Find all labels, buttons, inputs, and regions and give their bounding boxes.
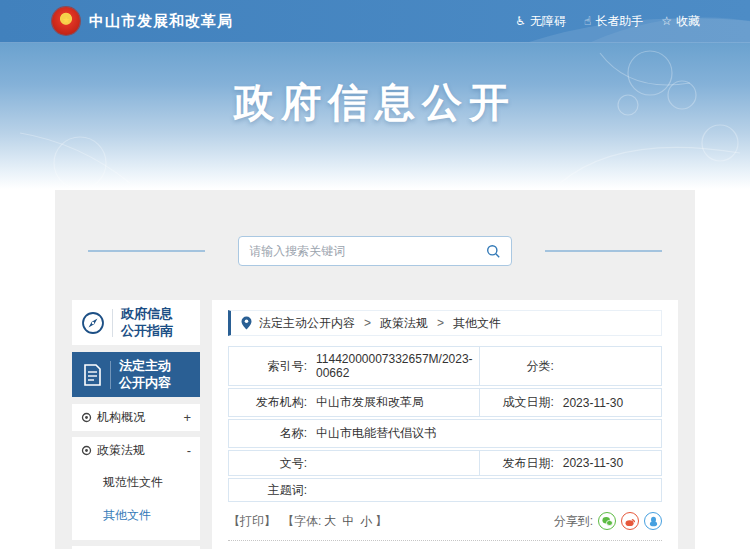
search-box — [238, 236, 511, 266]
toolbar: 【打印】 【字体: 大中小 】 分享到: — [228, 512, 662, 530]
font-size-controls: 【字体: 大中小 】 — [282, 513, 387, 530]
accessibility-icon: ♿ — [515, 15, 526, 27]
field-label: 发布机构: — [229, 394, 311, 411]
sidebar-item-0[interactable]: 机构概况+ — [81, 404, 191, 431]
national-emblem-logo: ★ — [52, 7, 80, 35]
columns: 政府信息 公开指南 法定主动 公开内容 — [55, 300, 695, 549]
banner: 政府信息公开 — [0, 43, 750, 189]
breadcrumb-item-1[interactable]: 政策法规 — [380, 315, 428, 332]
field-label: 索引号: — [229, 358, 311, 375]
sidebar-menu-box-1: 政策法规-规范性文件其他文件 — [72, 437, 200, 540]
table-cell: 发布机构:中山市发展和改革局 — [228, 388, 480, 417]
sidebar-menu: 机构概况+政策法规-规范性文件其他文件行政执法+ — [72, 404, 200, 549]
field-value — [311, 458, 479, 468]
field-value: 11442000007332657M/2023-00662 — [311, 347, 479, 385]
top-links: ♿无障碍☝长者助手☆收藏 — [497, 13, 700, 30]
share-icons — [598, 512, 662, 530]
table-cell: 索引号:11442000007332657M/2023-00662 — [228, 346, 480, 386]
field-label: 分类: — [480, 358, 558, 375]
qq-share-icon[interactable] — [644, 512, 662, 530]
sidebar-guide-label: 政府信息 公开指南 — [121, 306, 173, 340]
search-button[interactable] — [486, 244, 501, 259]
divider — [110, 361, 111, 389]
top-link-1[interactable]: ☝长者助手 — [584, 13, 643, 30]
table-cell: 文号: — [228, 450, 480, 476]
field-value: 2023-11-30 — [558, 391, 661, 415]
breadcrumb-separator: > — [437, 316, 444, 330]
top-link-2[interactable]: ☆收藏 — [661, 13, 700, 30]
table-cell: 主题词: — [228, 478, 662, 502]
font-size-2[interactable]: 小 — [360, 513, 372, 530]
meta-table: 索引号:11442000007332657M/2023-00662分类:发布机构… — [228, 346, 662, 502]
field-label: 名称: — [229, 425, 311, 442]
top-link-label: 长者助手 — [595, 13, 643, 30]
decorative-line-right — [545, 250, 662, 252]
field-value: 中山市电能替代倡议书 — [311, 420, 661, 447]
font-size-1[interactable]: 中 — [342, 513, 354, 530]
search-row — [55, 236, 695, 266]
location-pin-icon — [241, 316, 252, 330]
sidebar-subitem-1-1[interactable]: 其他文件 — [103, 499, 191, 532]
field-label: 发布日期: — [480, 455, 558, 472]
sidebar-item-guide[interactable]: 政府信息 公开指南 — [72, 300, 200, 345]
menu-bullet-icon — [81, 412, 92, 423]
menu-bullet-icon — [81, 445, 92, 456]
sidebar-item-label: 政策法规 — [97, 442, 145, 459]
table-cell: 分类: — [479, 346, 662, 386]
sidebar-subitem-1-0[interactable]: 规范性文件 — [103, 466, 191, 499]
top-link-0[interactable]: ♿无障碍 — [515, 13, 566, 30]
content-card: 政府信息 公开指南 法定主动 公开内容 — [55, 190, 695, 549]
print-button[interactable]: 【打印】 — [228, 513, 276, 530]
breadcrumb-item-0[interactable]: 法定主动公开内容 — [259, 315, 355, 332]
breadcrumb-separator: > — [364, 316, 371, 330]
page-title: 政府信息公开 — [0, 43, 750, 130]
font-size-options: 大中小 — [321, 513, 375, 530]
table-cell: 成文日期:2023-11-30 — [479, 388, 662, 417]
field-value: 中山市发展和改革局 — [311, 389, 479, 416]
field-value: 2023-11-30 — [558, 451, 661, 475]
table-row-1: 发布机构:中山市发展和改革局成文日期:2023-11-30 — [228, 388, 662, 417]
star-icon: ☆ — [661, 15, 672, 27]
wechat-share-icon[interactable] — [598, 512, 616, 530]
table-cell: 名称:中山市电能替代倡议书 — [228, 419, 662, 448]
table-row-0: 索引号:11442000007332657M/2023-00662分类: — [228, 346, 662, 386]
share-label: 分享到: — [554, 513, 593, 530]
top-bar: ★ 中山市发展和改革局 ♿无障碍☝长者助手☆收藏 — [0, 0, 750, 43]
dotted-separator — [228, 540, 662, 541]
font-size-0[interactable]: 大 — [324, 513, 336, 530]
decorative-line-left — [88, 250, 205, 252]
sidebar-item-1[interactable]: 政策法规- — [81, 437, 191, 464]
sidebar-submenu: 规范性文件其他文件 — [81, 464, 191, 540]
table-row-4: 主题词: — [228, 478, 662, 502]
top-link-label: 收藏 — [676, 13, 700, 30]
elder-assist-icon: ☝ — [584, 15, 591, 27]
brand[interactable]: ★ 中山市发展和改革局 — [52, 7, 233, 35]
font-label: 【字体: — [282, 513, 321, 530]
compass-icon — [81, 311, 105, 335]
field-value — [311, 485, 661, 495]
field-label: 成文日期: — [480, 394, 558, 411]
weibo-share-icon[interactable] — [621, 512, 639, 530]
field-label: 文号: — [229, 455, 311, 472]
sidebar-item-label: 机构概况 — [97, 409, 145, 426]
sidebar-item-statutory-disclosure[interactable]: 法定主动 公开内容 — [72, 352, 200, 397]
document-icon — [81, 363, 103, 387]
table-row-3: 文号:发布日期:2023-11-30 — [228, 450, 662, 476]
field-value — [558, 361, 661, 371]
field-label: 主题词: — [229, 482, 311, 499]
table-row-2: 名称:中山市电能替代倡议书 — [228, 419, 662, 448]
breadcrumb-item-2[interactable]: 其他文件 — [453, 315, 501, 332]
search-input[interactable] — [249, 244, 485, 258]
site-name: 中山市发展和改革局 — [89, 12, 233, 31]
expand-toggle-icon[interactable]: + — [183, 410, 191, 425]
share-bar: 分享到: — [554, 512, 662, 530]
divider — [112, 309, 113, 337]
page: ★ 中山市发展和改革局 ♿无障碍☝长者助手☆收藏 政府信息公开 — [0, 0, 750, 549]
sidebar-menu-box-0: 机构概况+ — [72, 404, 200, 431]
sidebar: 政府信息 公开指南 法定主动 公开内容 — [72, 300, 200, 549]
expand-toggle-icon[interactable]: - — [187, 443, 191, 458]
top-link-label: 无障碍 — [530, 13, 566, 30]
font-label-close: 】 — [375, 513, 387, 530]
sidebar-active-label: 法定主动 公开内容 — [119, 358, 171, 392]
table-cell: 发布日期:2023-11-30 — [479, 450, 662, 476]
